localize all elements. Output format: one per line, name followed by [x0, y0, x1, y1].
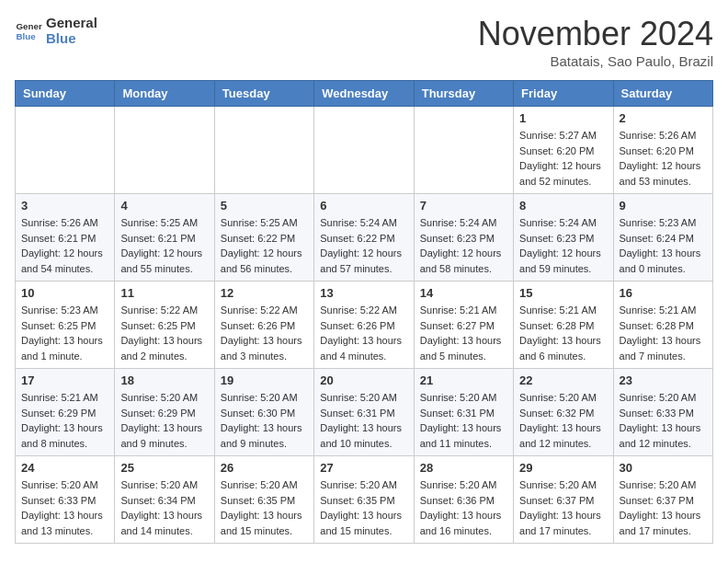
calendar-day-cell: 18Sunrise: 5:20 AMSunset: 6:29 PMDayligh…	[115, 369, 214, 456]
day-number: 7	[420, 199, 507, 213]
weekday-header: Tuesday	[214, 81, 313, 107]
calendar-day-cell	[314, 107, 414, 194]
day-number: 22	[519, 373, 607, 387]
day-info: Sunrise: 5:21 AMSunset: 6:28 PMDaylight:…	[620, 303, 707, 363]
calendar-day-cell: 15Sunrise: 5:21 AMSunset: 6:28 PMDayligh…	[514, 282, 613, 369]
month-title: November 2024	[478, 15, 713, 53]
day-info: Sunrise: 5:20 AMSunset: 6:33 PMDaylight:…	[21, 477, 108, 538]
calendar-day-cell: 2Sunrise: 5:26 AMSunset: 6:20 PMDaylight…	[613, 107, 712, 194]
day-number: 10	[21, 286, 108, 300]
day-info: Sunrise: 5:26 AMSunset: 6:21 PMDaylight:…	[21, 215, 108, 276]
calendar-day-cell: 8Sunrise: 5:24 AMSunset: 6:23 PMDaylight…	[514, 194, 613, 282]
calendar-day-cell: 30Sunrise: 5:20 AMSunset: 6:37 PMDayligh…	[613, 456, 712, 544]
calendar-day-cell: 9Sunrise: 5:23 AMSunset: 6:24 PMDaylight…	[613, 194, 712, 282]
day-number: 1	[519, 111, 607, 125]
calendar-day-cell: 5Sunrise: 5:25 AMSunset: 6:22 PMDaylight…	[214, 194, 313, 282]
calendar-day-cell	[214, 107, 313, 194]
day-info: Sunrise: 5:26 AMSunset: 6:20 PMDaylight:…	[620, 128, 707, 189]
day-number: 13	[320, 286, 407, 300]
day-number: 4	[120, 199, 208, 213]
day-number: 14	[420, 286, 507, 300]
day-info: Sunrise: 5:22 AMSunset: 6:26 PMDaylight:…	[221, 303, 308, 363]
day-info: Sunrise: 5:20 AMSunset: 6:35 PMDaylight:…	[320, 477, 407, 538]
day-number: 9	[620, 199, 707, 213]
day-info: Sunrise: 5:20 AMSunset: 6:29 PMDaylight:…	[120, 390, 208, 451]
day-number: 3	[21, 199, 108, 213]
day-number: 28	[420, 461, 507, 475]
calendar-day-cell	[414, 107, 513, 194]
day-info: Sunrise: 5:20 AMSunset: 6:34 PMDaylight:…	[120, 477, 208, 538]
calendar-day-cell: 6Sunrise: 5:24 AMSunset: 6:22 PMDaylight…	[314, 194, 414, 282]
day-number: 8	[519, 199, 607, 213]
day-info: Sunrise: 5:24 AMSunset: 6:22 PMDaylight:…	[320, 215, 407, 276]
calendar-day-cell: 17Sunrise: 5:21 AMSunset: 6:29 PMDayligh…	[16, 369, 115, 456]
calendar-day-cell: 16Sunrise: 5:21 AMSunset: 6:28 PMDayligh…	[613, 282, 712, 369]
calendar-day-cell: 4Sunrise: 5:25 AMSunset: 6:21 PMDaylight…	[115, 194, 214, 282]
day-info: Sunrise: 5:20 AMSunset: 6:36 PMDaylight:…	[420, 477, 507, 538]
day-info: Sunrise: 5:20 AMSunset: 6:30 PMDaylight:…	[221, 390, 308, 451]
day-info: Sunrise: 5:24 AMSunset: 6:23 PMDaylight:…	[519, 215, 607, 276]
day-info: Sunrise: 5:27 AMSunset: 6:20 PMDaylight:…	[519, 128, 607, 189]
day-number: 12	[221, 286, 308, 300]
day-number: 21	[420, 373, 507, 387]
calendar-day-cell: 3Sunrise: 5:26 AMSunset: 6:21 PMDaylight…	[16, 194, 115, 282]
day-info: Sunrise: 5:20 AMSunset: 6:31 PMDaylight:…	[320, 390, 407, 451]
calendar-table: SundayMondayTuesdayWednesdayThursdayFrid…	[15, 80, 713, 544]
day-number: 18	[120, 373, 208, 387]
day-info: Sunrise: 5:20 AMSunset: 6:37 PMDaylight:…	[519, 477, 607, 538]
calendar-day-cell	[16, 107, 115, 194]
day-number: 2	[620, 111, 707, 125]
day-info: Sunrise: 5:20 AMSunset: 6:31 PMDaylight:…	[420, 390, 507, 451]
weekday-header: Saturday	[613, 81, 712, 107]
calendar-day-cell: 26Sunrise: 5:20 AMSunset: 6:35 PMDayligh…	[214, 456, 313, 544]
calendar-day-cell: 20Sunrise: 5:20 AMSunset: 6:31 PMDayligh…	[314, 369, 414, 456]
day-info: Sunrise: 5:24 AMSunset: 6:23 PMDaylight:…	[420, 215, 507, 276]
calendar-day-cell: 29Sunrise: 5:20 AMSunset: 6:37 PMDayligh…	[514, 456, 613, 544]
calendar-day-cell: 7Sunrise: 5:24 AMSunset: 6:23 PMDaylight…	[414, 194, 513, 282]
day-number: 17	[21, 373, 108, 387]
calendar-day-cell: 25Sunrise: 5:20 AMSunset: 6:34 PMDayligh…	[115, 456, 214, 544]
day-info: Sunrise: 5:22 AMSunset: 6:25 PMDaylight:…	[120, 303, 208, 363]
day-number: 6	[320, 199, 407, 213]
svg-text:Blue: Blue	[17, 31, 37, 41]
calendar-week-row: 10Sunrise: 5:23 AMSunset: 6:25 PMDayligh…	[16, 282, 713, 369]
day-number: 24	[21, 461, 108, 475]
weekday-header: Sunday	[16, 81, 115, 107]
svg-text:General: General	[17, 21, 43, 31]
weekday-header: Friday	[514, 81, 613, 107]
day-number: 27	[320, 461, 407, 475]
logo-icon: General Blue	[15, 17, 42, 44]
logo: General Blue General Blue	[15, 15, 97, 46]
calendar-day-cell: 12Sunrise: 5:22 AMSunset: 6:26 PMDayligh…	[214, 282, 313, 369]
calendar-day-cell: 22Sunrise: 5:20 AMSunset: 6:32 PMDayligh…	[514, 369, 613, 456]
weekday-header: Monday	[115, 81, 214, 107]
calendar-week-row: 3Sunrise: 5:26 AMSunset: 6:21 PMDaylight…	[16, 194, 713, 282]
day-number: 29	[519, 461, 607, 475]
calendar-header-row: SundayMondayTuesdayWednesdayThursdayFrid…	[16, 81, 713, 107]
logo-general: General	[46, 15, 97, 30]
day-info: Sunrise: 5:25 AMSunset: 6:21 PMDaylight:…	[120, 215, 208, 276]
day-info: Sunrise: 5:20 AMSunset: 6:37 PMDaylight:…	[620, 477, 707, 538]
calendar-day-cell: 19Sunrise: 5:20 AMSunset: 6:30 PMDayligh…	[214, 369, 313, 456]
weekday-header: Thursday	[414, 81, 513, 107]
day-number: 19	[221, 373, 308, 387]
calendar-week-row: 24Sunrise: 5:20 AMSunset: 6:33 PMDayligh…	[16, 456, 713, 544]
day-number: 5	[221, 199, 308, 213]
calendar-day-cell: 21Sunrise: 5:20 AMSunset: 6:31 PMDayligh…	[414, 369, 513, 456]
day-info: Sunrise: 5:21 AMSunset: 6:27 PMDaylight:…	[420, 303, 507, 363]
calendar-day-cell: 13Sunrise: 5:22 AMSunset: 6:26 PMDayligh…	[314, 282, 414, 369]
calendar-day-cell: 11Sunrise: 5:22 AMSunset: 6:25 PMDayligh…	[115, 282, 214, 369]
day-info: Sunrise: 5:20 AMSunset: 6:33 PMDaylight:…	[620, 390, 707, 451]
calendar-week-row: 17Sunrise: 5:21 AMSunset: 6:29 PMDayligh…	[16, 369, 713, 456]
page-header: General Blue General Blue November 2024 …	[15, 15, 713, 69]
calendar-day-cell	[115, 107, 214, 194]
calendar-day-cell: 28Sunrise: 5:20 AMSunset: 6:36 PMDayligh…	[414, 456, 513, 544]
calendar-day-cell: 27Sunrise: 5:20 AMSunset: 6:35 PMDayligh…	[314, 456, 414, 544]
day-number: 11	[120, 286, 208, 300]
day-number: 15	[519, 286, 607, 300]
day-info: Sunrise: 5:23 AMSunset: 6:25 PMDaylight:…	[21, 303, 108, 363]
day-number: 30	[620, 461, 707, 475]
day-number: 25	[120, 461, 208, 475]
day-number: 26	[221, 461, 308, 475]
day-info: Sunrise: 5:22 AMSunset: 6:26 PMDaylight:…	[320, 303, 407, 363]
